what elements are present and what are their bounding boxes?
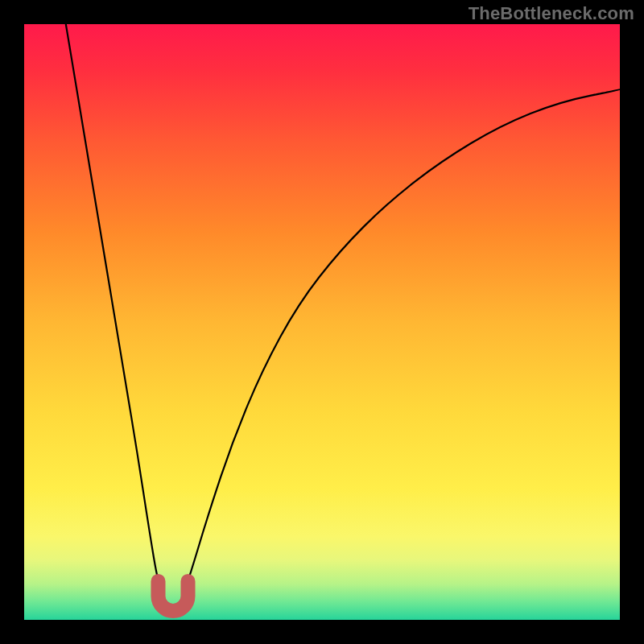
background-gradient [24, 24, 620, 620]
plot-area [24, 24, 620, 620]
chart-stage: TheBottleneck.com [0, 0, 644, 644]
watermark-text: TheBottleneck.com [469, 3, 634, 24]
svg-rect-0 [24, 24, 620, 620]
